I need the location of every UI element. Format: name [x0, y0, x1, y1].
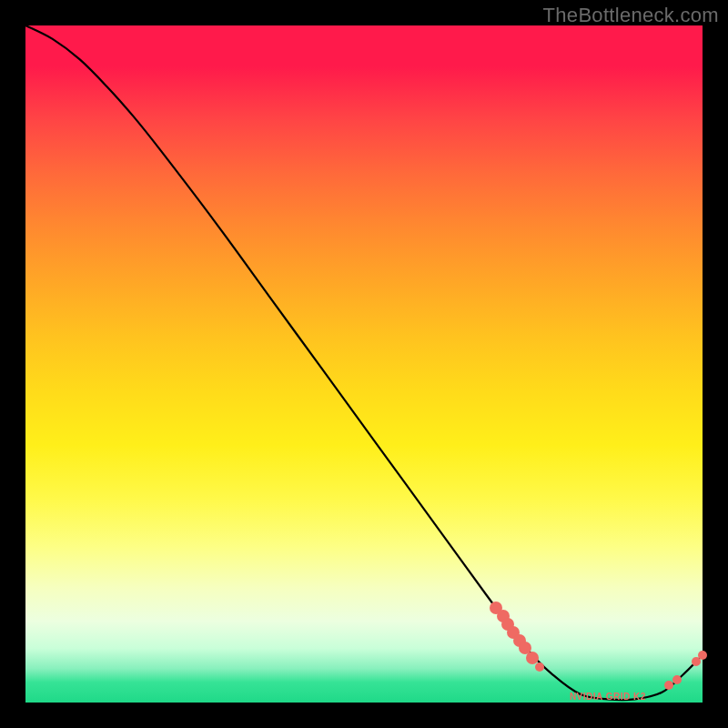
series-label: NVIDIA GRID K2	[570, 692, 646, 702]
data-marker	[535, 662, 544, 672]
chart-frame: TheBottleneck.com NVIDIA GRID K2	[0, 0, 728, 728]
watermark-text: TheBottleneck.com	[543, 4, 719, 27]
data-marker	[672, 675, 682, 684]
marker-layer	[25, 25, 703, 703]
data-marker	[698, 651, 707, 660]
data-marker	[664, 681, 673, 690]
plot-area: NVIDIA GRID K2	[25, 25, 703, 703]
